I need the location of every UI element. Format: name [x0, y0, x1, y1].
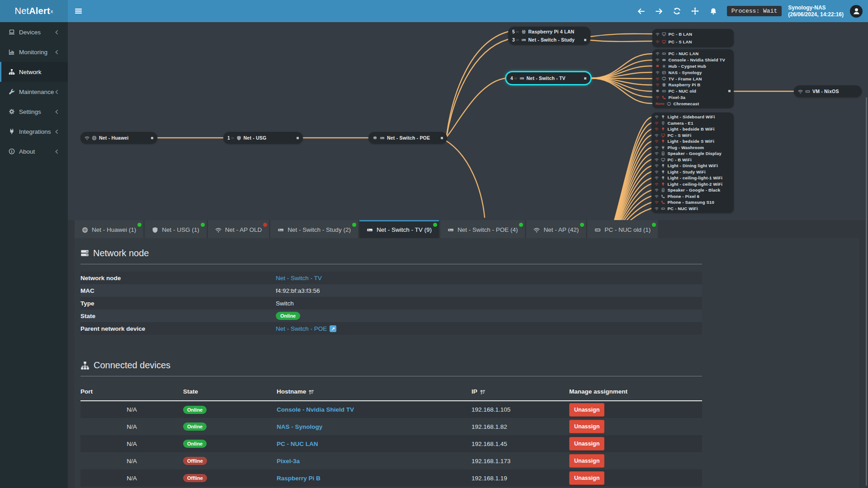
- graph-node-row[interactable]: 4Net - Switch - TV: [510, 72, 586, 84]
- unassign-button[interactable]: Unassign: [569, 420, 604, 433]
- forward-icon[interactable]: [650, 0, 668, 22]
- tab-pc-nuc-old-1-[interactable]: PC - NUC old (1): [587, 220, 658, 238]
- graph-node-row[interactable]: Camera - E1: [655, 120, 731, 127]
- tab-net-switch-poe-4-[interactable]: Net - Switch - POE (4): [440, 220, 525, 238]
- tab-net-ap-42-[interactable]: Net - AP (42): [526, 220, 586, 238]
- table-row: N/AOnlinePC - NUC LAN192.168.1.45Unassig…: [80, 435, 702, 452]
- graph-node-row[interactable]: Speaker - Google - Black: [655, 187, 731, 193]
- graph-node-row[interactable]: PC - S LAN: [656, 38, 731, 46]
- graph-node-row[interactable]: PC - S WiFi: [655, 132, 731, 139]
- graph-node-row[interactable]: Light - Sideboard WiFi: [655, 114, 731, 120]
- graph-node-net-switch-tv[interactable]: 4Net - Switch - TV: [506, 72, 590, 84]
- graph-node-row[interactable]: Hub - Cygnet Hub: [656, 63, 731, 70]
- graph-node-row[interactable]: PC - NUC WiFi: [655, 206, 731, 212]
- graph-node-net-usg[interactable]: 1Net - USG: [223, 132, 303, 144]
- hostname-link[interactable]: PC - NUC LAN: [277, 441, 318, 447]
- tab-net-usg-1-[interactable]: Net - USG (1): [145, 220, 207, 238]
- graph-node-row[interactable]: PC - NUC LAN: [656, 51, 731, 57]
- graph-node-row[interactable]: Net - Switch - POE: [373, 132, 443, 144]
- hostname-link[interactable]: Pixel-3a: [277, 458, 300, 465]
- state-badge: Offline: [183, 474, 207, 482]
- graph-node-row[interactable]: 3Net - Switch - Study: [512, 36, 586, 44]
- unassign-button[interactable]: Unassign: [569, 454, 604, 468]
- graph-node-row[interactable]: Light - Study WiFi: [655, 169, 731, 175]
- graph-node-pc-nuc-lan[interactable]: PC - NUC LANConsole - Nvidia Shield TVHu…: [652, 49, 734, 108]
- graph-node-row[interactable]: Pixel-3a: [656, 94, 731, 101]
- graph-node-row[interactable]: Phone - Samsung S10: [655, 199, 731, 206]
- graph-node-pc-b-lan[interactable]: PC - B LANPC - S LAN: [652, 29, 734, 47]
- unassign-button[interactable]: Unassign: [569, 471, 604, 485]
- graph-node-row[interactable]: Light - ceiling-light-1 WiFi: [655, 175, 731, 181]
- page-scrollbar[interactable]: [866, 97, 867, 486]
- collapse-handle[interactable]: [151, 137, 153, 139]
- info-value-link[interactable]: Net - Switch - POE: [276, 325, 327, 332]
- graph-node-vm-nixos[interactable]: VM - NixOS: [794, 85, 862, 97]
- sidebar: DevicesMonitoringNetworkMaintenanceSetti…: [0, 22, 68, 488]
- refresh-icon[interactable]: [668, 0, 686, 22]
- tab-net-ap-old[interactable]: Net - AP OLD: [208, 220, 269, 238]
- move-icon[interactable]: [686, 0, 704, 22]
- graph-node-row[interactable]: NoneChromecast: [656, 100, 731, 107]
- sidebar-item-devices[interactable]: Devices: [0, 22, 68, 42]
- graph-node-light-sideboard-wifi[interactable]: Light - Sideboard WiFiCamera - E1Light -…: [651, 113, 734, 213]
- graph-node-net-huawei[interactable]: Net - Huawei: [80, 132, 157, 144]
- graph-node-raspberry-pi-4-lan[interactable]: 5Raspberry Pi 4 LAN3Net - Switch - Study: [508, 27, 590, 45]
- app-logo[interactable]: NetAlertx: [0, 0, 68, 22]
- sidebar-item-maintenance[interactable]: Maintenance: [0, 82, 68, 102]
- unassign-button[interactable]: Unassign: [569, 403, 604, 417]
- collapse-handle[interactable]: [297, 137, 299, 139]
- graph-node-row[interactable]: NAS - Synology: [656, 69, 731, 75]
- graph-node-row[interactable]: 5Raspberry Pi 4 LAN: [512, 28, 586, 36]
- hostname-link[interactable]: NAS - Synology: [277, 423, 322, 430]
- graph-node-row[interactable]: Light - ceiling-light-2 WiFi: [655, 181, 731, 188]
- sidebar-item-settings[interactable]: Settings: [0, 102, 68, 122]
- sort-icon: [308, 389, 314, 395]
- user-avatar[interactable]: [850, 5, 863, 18]
- graph-node-row[interactable]: PC - NUC old: [656, 88, 731, 94]
- column-header-ip[interactable]: IP: [472, 383, 569, 401]
- back-icon[interactable]: [632, 0, 650, 22]
- tab-net-huawei-1-[interactable]: Net - Huawei (1): [75, 220, 143, 238]
- bulb-icon: [661, 127, 665, 131]
- sidebar-item-network[interactable]: Network: [0, 62, 68, 82]
- chevron-left-icon: [54, 129, 59, 134]
- network-topology-graph[interactable]: Net - Huawei1Net - USGNet - Switch - POE…: [0, 22, 868, 220]
- unassign-button[interactable]: Unassign: [569, 437, 604, 450]
- graph-node-row[interactable]: Raspberry Pi B: [656, 82, 731, 88]
- graph-node-row[interactable]: Console - Nvidia Shield TV: [656, 57, 731, 63]
- sidebar-item-about[interactable]: About: [0, 141, 68, 161]
- notifications-bell-icon[interactable]: [704, 0, 722, 22]
- sidebar-item-monitoring[interactable]: Monitoring: [0, 42, 68, 62]
- graph-node-row[interactable]: Net - Huawei: [85, 132, 153, 144]
- column-header-hostname[interactable]: Hostname: [277, 383, 472, 401]
- graph-node-row[interactable]: PC - B LAN: [656, 30, 731, 38]
- phone-icon: [662, 95, 666, 100]
- graph-node-net-switch-poe[interactable]: Net - Switch - POE: [368, 132, 447, 144]
- hamburger-menu-icon[interactable]: [68, 0, 89, 22]
- graph-node-row[interactable]: Light - Dining light WiFi: [655, 163, 731, 169]
- collapse-handle[interactable]: [584, 39, 586, 41]
- minipc-icon: [662, 89, 666, 94]
- sidebar-item-integrations[interactable]: Integrations: [0, 122, 68, 141]
- graph-node-row[interactable]: Light - bedside B WiFi: [655, 126, 731, 132]
- collapse-handle[interactable]: [728, 90, 731, 92]
- graph-node-row[interactable]: VM - NixOS: [798, 85, 858, 97]
- bulb-icon: [661, 164, 665, 168]
- graph-node-row[interactable]: 1Net - USG: [227, 132, 299, 144]
- hostname-link[interactable]: Raspberry Pi B: [277, 475, 321, 482]
- info-value-link[interactable]: Net - Switch - TV: [276, 275, 322, 282]
- hostname-link[interactable]: Console - Nvidia Shield TV: [277, 406, 354, 413]
- collapse-handle[interactable]: [441, 137, 443, 139]
- tab-net-switch-tv-9-[interactable]: Net - Switch - TV (9): [359, 220, 439, 238]
- collapse-handle[interactable]: [584, 77, 586, 80]
- graph-node-row[interactable]: Plug - Washroom: [655, 145, 731, 151]
- graph-node-row[interactable]: Phone - Pixel 6: [655, 193, 731, 200]
- graph-node-row[interactable]: Light - bedside S WiFi: [655, 138, 731, 145]
- graph-node-row[interactable]: TV - Frame LAN: [656, 75, 731, 82]
- graph-node-row[interactable]: PC - B WiFi: [655, 157, 731, 163]
- external-link-icon[interactable]: ↗: [330, 325, 336, 332]
- graph-node-row[interactable]: Speaker - Google Display: [655, 150, 731, 157]
- count-device-icon: [514, 77, 517, 80]
- tab-net-switch-study-2-[interactable]: Net - Switch - Study (2): [270, 220, 358, 238]
- table-row: N/AOfflinePixel-3a192.168.1.173Unassign: [80, 452, 702, 469]
